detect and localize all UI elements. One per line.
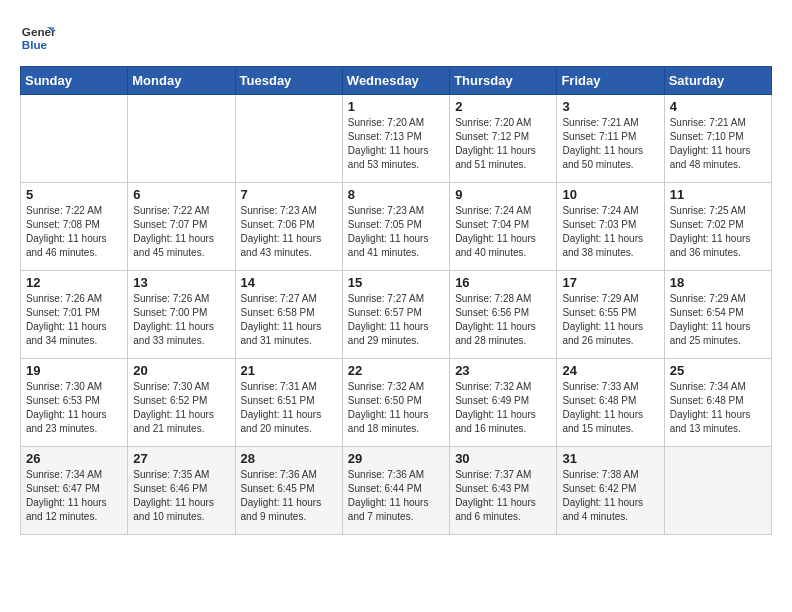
- day-header-sunday: Sunday: [21, 67, 128, 95]
- day-number: 1: [348, 99, 444, 114]
- day-number: 7: [241, 187, 337, 202]
- week-row-3: 12Sunrise: 7:26 AM Sunset: 7:01 PM Dayli…: [21, 271, 772, 359]
- day-number: 13: [133, 275, 229, 290]
- day-number: 2: [455, 99, 551, 114]
- week-row-2: 5Sunrise: 7:22 AM Sunset: 7:08 PM Daylig…: [21, 183, 772, 271]
- calendar-cell: 5Sunrise: 7:22 AM Sunset: 7:08 PM Daylig…: [21, 183, 128, 271]
- day-number: 6: [133, 187, 229, 202]
- calendar-cell: 2Sunrise: 7:20 AM Sunset: 7:12 PM Daylig…: [450, 95, 557, 183]
- cell-info: Sunrise: 7:34 AM Sunset: 6:47 PM Dayligh…: [26, 468, 122, 524]
- cell-info: Sunrise: 7:29 AM Sunset: 6:54 PM Dayligh…: [670, 292, 766, 348]
- cell-info: Sunrise: 7:25 AM Sunset: 7:02 PM Dayligh…: [670, 204, 766, 260]
- day-header-friday: Friday: [557, 67, 664, 95]
- day-number: 17: [562, 275, 658, 290]
- day-header-thursday: Thursday: [450, 67, 557, 95]
- day-number: 23: [455, 363, 551, 378]
- day-number: 29: [348, 451, 444, 466]
- calendar-cell: 26Sunrise: 7:34 AM Sunset: 6:47 PM Dayli…: [21, 447, 128, 535]
- day-header-monday: Monday: [128, 67, 235, 95]
- cell-info: Sunrise: 7:23 AM Sunset: 7:05 PM Dayligh…: [348, 204, 444, 260]
- svg-text:General: General: [22, 25, 56, 38]
- day-number: 21: [241, 363, 337, 378]
- calendar-cell: 11Sunrise: 7:25 AM Sunset: 7:02 PM Dayli…: [664, 183, 771, 271]
- week-row-4: 19Sunrise: 7:30 AM Sunset: 6:53 PM Dayli…: [21, 359, 772, 447]
- day-number: 14: [241, 275, 337, 290]
- cell-info: Sunrise: 7:29 AM Sunset: 6:55 PM Dayligh…: [562, 292, 658, 348]
- day-number: 5: [26, 187, 122, 202]
- cell-info: Sunrise: 7:26 AM Sunset: 7:00 PM Dayligh…: [133, 292, 229, 348]
- calendar-cell: 4Sunrise: 7:21 AM Sunset: 7:10 PM Daylig…: [664, 95, 771, 183]
- calendar-cell: [235, 95, 342, 183]
- day-number: 26: [26, 451, 122, 466]
- day-number: 22: [348, 363, 444, 378]
- calendar-cell: 22Sunrise: 7:32 AM Sunset: 6:50 PM Dayli…: [342, 359, 449, 447]
- cell-info: Sunrise: 7:23 AM Sunset: 7:06 PM Dayligh…: [241, 204, 337, 260]
- day-number: 19: [26, 363, 122, 378]
- day-number: 31: [562, 451, 658, 466]
- calendar-cell: 10Sunrise: 7:24 AM Sunset: 7:03 PM Dayli…: [557, 183, 664, 271]
- calendar-cell: 14Sunrise: 7:27 AM Sunset: 6:58 PM Dayli…: [235, 271, 342, 359]
- cell-info: Sunrise: 7:27 AM Sunset: 6:57 PM Dayligh…: [348, 292, 444, 348]
- cell-info: Sunrise: 7:26 AM Sunset: 7:01 PM Dayligh…: [26, 292, 122, 348]
- calendar-cell: [128, 95, 235, 183]
- cell-info: Sunrise: 7:24 AM Sunset: 7:04 PM Dayligh…: [455, 204, 551, 260]
- cell-info: Sunrise: 7:20 AM Sunset: 7:12 PM Dayligh…: [455, 116, 551, 172]
- cell-info: Sunrise: 7:22 AM Sunset: 7:08 PM Dayligh…: [26, 204, 122, 260]
- logo: General Blue: [20, 20, 56, 56]
- calendar-cell: 16Sunrise: 7:28 AM Sunset: 6:56 PM Dayli…: [450, 271, 557, 359]
- calendar-cell: 3Sunrise: 7:21 AM Sunset: 7:11 PM Daylig…: [557, 95, 664, 183]
- calendar-cell: 27Sunrise: 7:35 AM Sunset: 6:46 PM Dayli…: [128, 447, 235, 535]
- calendar-cell: 8Sunrise: 7:23 AM Sunset: 7:05 PM Daylig…: [342, 183, 449, 271]
- svg-text:Blue: Blue: [22, 38, 48, 51]
- day-number: 9: [455, 187, 551, 202]
- cell-info: Sunrise: 7:27 AM Sunset: 6:58 PM Dayligh…: [241, 292, 337, 348]
- cell-info: Sunrise: 7:30 AM Sunset: 6:53 PM Dayligh…: [26, 380, 122, 436]
- day-number: 25: [670, 363, 766, 378]
- cell-info: Sunrise: 7:32 AM Sunset: 6:50 PM Dayligh…: [348, 380, 444, 436]
- calendar-cell: 19Sunrise: 7:30 AM Sunset: 6:53 PM Dayli…: [21, 359, 128, 447]
- day-header-wednesday: Wednesday: [342, 67, 449, 95]
- cell-info: Sunrise: 7:28 AM Sunset: 6:56 PM Dayligh…: [455, 292, 551, 348]
- calendar-header-row: SundayMondayTuesdayWednesdayThursdayFrid…: [21, 67, 772, 95]
- cell-info: Sunrise: 7:31 AM Sunset: 6:51 PM Dayligh…: [241, 380, 337, 436]
- calendar-table: SundayMondayTuesdayWednesdayThursdayFrid…: [20, 66, 772, 535]
- calendar-cell: 28Sunrise: 7:36 AM Sunset: 6:45 PM Dayli…: [235, 447, 342, 535]
- calendar-cell: 31Sunrise: 7:38 AM Sunset: 6:42 PM Dayli…: [557, 447, 664, 535]
- cell-info: Sunrise: 7:20 AM Sunset: 7:13 PM Dayligh…: [348, 116, 444, 172]
- calendar-cell: [664, 447, 771, 535]
- cell-info: Sunrise: 7:36 AM Sunset: 6:45 PM Dayligh…: [241, 468, 337, 524]
- calendar-cell: 23Sunrise: 7:32 AM Sunset: 6:49 PM Dayli…: [450, 359, 557, 447]
- day-number: 24: [562, 363, 658, 378]
- day-number: 11: [670, 187, 766, 202]
- page-header: General Blue: [20, 20, 772, 56]
- day-number: 12: [26, 275, 122, 290]
- cell-info: Sunrise: 7:21 AM Sunset: 7:10 PM Dayligh…: [670, 116, 766, 172]
- calendar-cell: 17Sunrise: 7:29 AM Sunset: 6:55 PM Dayli…: [557, 271, 664, 359]
- day-number: 10: [562, 187, 658, 202]
- calendar-cell: 15Sunrise: 7:27 AM Sunset: 6:57 PM Dayli…: [342, 271, 449, 359]
- cell-info: Sunrise: 7:32 AM Sunset: 6:49 PM Dayligh…: [455, 380, 551, 436]
- day-number: 30: [455, 451, 551, 466]
- cell-info: Sunrise: 7:37 AM Sunset: 6:43 PM Dayligh…: [455, 468, 551, 524]
- day-number: 20: [133, 363, 229, 378]
- cell-info: Sunrise: 7:24 AM Sunset: 7:03 PM Dayligh…: [562, 204, 658, 260]
- week-row-1: 1Sunrise: 7:20 AM Sunset: 7:13 PM Daylig…: [21, 95, 772, 183]
- cell-info: Sunrise: 7:34 AM Sunset: 6:48 PM Dayligh…: [670, 380, 766, 436]
- calendar-cell: [21, 95, 128, 183]
- logo-icon: General Blue: [20, 20, 56, 56]
- day-number: 27: [133, 451, 229, 466]
- calendar-cell: 29Sunrise: 7:36 AM Sunset: 6:44 PM Dayli…: [342, 447, 449, 535]
- calendar-cell: 9Sunrise: 7:24 AM Sunset: 7:04 PM Daylig…: [450, 183, 557, 271]
- calendar-cell: 25Sunrise: 7:34 AM Sunset: 6:48 PM Dayli…: [664, 359, 771, 447]
- day-header-tuesday: Tuesday: [235, 67, 342, 95]
- day-number: 15: [348, 275, 444, 290]
- day-number: 28: [241, 451, 337, 466]
- week-row-5: 26Sunrise: 7:34 AM Sunset: 6:47 PM Dayli…: [21, 447, 772, 535]
- calendar-cell: 21Sunrise: 7:31 AM Sunset: 6:51 PM Dayli…: [235, 359, 342, 447]
- cell-info: Sunrise: 7:38 AM Sunset: 6:42 PM Dayligh…: [562, 468, 658, 524]
- calendar-cell: 20Sunrise: 7:30 AM Sunset: 6:52 PM Dayli…: [128, 359, 235, 447]
- calendar-cell: 7Sunrise: 7:23 AM Sunset: 7:06 PM Daylig…: [235, 183, 342, 271]
- calendar-cell: 24Sunrise: 7:33 AM Sunset: 6:48 PM Dayli…: [557, 359, 664, 447]
- day-number: 3: [562, 99, 658, 114]
- calendar-cell: 13Sunrise: 7:26 AM Sunset: 7:00 PM Dayli…: [128, 271, 235, 359]
